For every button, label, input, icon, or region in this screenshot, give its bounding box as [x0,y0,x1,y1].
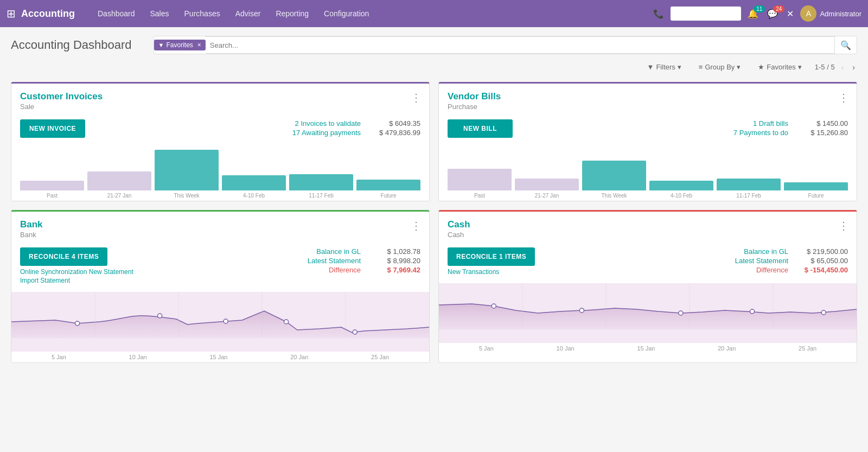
stat1-value: $ 6049.35 [372,119,420,128]
cash-label-3: 15 Jan [637,345,655,352]
app-brand: Accounting [21,8,75,20]
vb-bar-this-week: This Week [582,161,646,199]
nav-adviser[interactable]: Adviser [229,6,267,21]
vendor-bills-menu[interactable]: ⋮ [838,91,849,104]
bar-this-week: This Week [155,150,219,199]
cash-label-5: 25 Jan [799,345,816,352]
cash-left: RECONCILE 1 ITEMS New Transactions [448,247,535,277]
topnav-search[interactable] [671,7,741,21]
user-menu[interactable]: A Administrator [800,5,861,22]
vendor-bills-title: Vendor Bills [448,91,848,102]
search-input[interactable] [206,36,835,54]
cash-link1[interactable]: New Transactions [448,268,535,276]
cash-header: Cash Cash ⋮ [439,212,857,243]
nav-reporting[interactable]: Reporting [269,6,315,21]
bar [717,179,781,190]
bank-label-4: 20 Jan [290,354,308,360]
bank-line-labels: 5 Jan 10 Jan 15 Jan 20 Jan 25 Jan [11,352,429,362]
vb-bar-past: Past [448,169,512,199]
filter-tag-remove[interactable]: × [197,41,201,49]
stat2-value: $ 479,836.99 [372,129,420,137]
pagination-text: 1-5 / 5 [815,63,835,71]
bar-21-27jan: 21-27 Jan [87,171,151,199]
nav-menu: Dashboard Sales Purchases Adviser Report… [91,6,651,21]
vendor-bills-subtitle: Purchase [448,103,848,111]
nav-configuration[interactable]: Configuration [317,6,375,21]
bell-badge[interactable]: 🔔 11 [745,9,761,19]
phone-icon[interactable]: 📞 [651,7,666,21]
cash-label-2: 10 Jan [557,345,575,352]
filter-tag-label: Favorites [166,41,193,49]
bank-stat3-label: Difference [329,266,361,274]
new-invoice-button[interactable]: NEW INVOICE [20,119,85,138]
grid-icon[interactable]: ⊞ [7,7,16,20]
prev-page[interactable]: ‹ [839,62,846,73]
cash-subtitle: Cash [448,231,848,239]
vb-stat1-label[interactable]: 1 Draft bills [753,119,788,128]
customer-invoices-bars: Past 21-27 Jan This Week 4-10 Feb [11,144,429,199]
bank-label-5: 25 Jan [371,354,389,360]
search-area: ▼ Favorites × 🔍 [154,36,857,54]
bar [20,181,84,190]
bank-card: Bank Bank ⋮ RECONCILE 4 ITEMS Online Syn… [11,210,430,363]
groupby-icon: ≡ [699,63,703,71]
svg-point-0 [75,321,80,326]
customer-invoices-chart: Past 21-27 Jan This Week 4-10 Feb [11,144,429,201]
customer-invoices-menu[interactable]: ⋮ [411,91,422,104]
bank-stat2-label: Latest Statement [308,257,361,265]
msg-badge[interactable]: 💬 24 [765,9,780,19]
cash-svg [439,283,857,329]
search-box[interactable]: ▼ Favorites × 🔍 [154,36,857,54]
customer-invoices-stats: 2 Invoices to validate $ 6049.35 17 Awai… [96,119,420,138]
reconcile-4-button[interactable]: RECONCILE 4 ITEMS [20,247,107,266]
bank-stat1-value: $ 1,028.78 [372,247,420,256]
cash-stat3-value: $ -154,450.00 [799,266,848,274]
customer-invoices-title: Customer Invoices [20,91,420,102]
customer-invoices-card: Customer Invoices Sale ⋮ NEW INVOICE 2 I… [11,82,430,201]
bank-stat2-value: $ 8,998.20 [372,257,420,265]
bar-4-10feb: 4-10 Feb [222,175,286,199]
stat1-label[interactable]: 2 Invoices to validate [295,119,361,128]
vb-stat1-value: $ 1450.00 [799,119,848,128]
filters-button[interactable]: ▼ Filters ▾ [643,61,686,73]
groupby-button[interactable]: ≡ Group By ▾ [694,61,745,73]
next-page[interactable]: › [850,62,857,73]
top-navigation: ⊞ Accounting Dashboard Sales Purchases A… [0,0,868,27]
bank-header: Bank Bank ⋮ [11,212,429,243]
bar-11-17feb: 11-17 Feb [289,174,353,199]
favorites-button[interactable]: ★ Favorites ▾ [754,61,806,73]
bank-stat1-label: Balance in GL [316,247,361,256]
vendor-bills-bars: Past 21-27 Jan This Week 4-10 Feb [439,144,857,199]
search-button[interactable]: 🔍 [835,37,857,53]
filter-icon: ▼ [158,42,164,48]
cash-line-chart [439,283,857,343]
cash-card: Cash Cash ⋮ RECONCILE 1 ITEMS New Transa… [438,210,857,363]
vb-stat2-label[interactable]: 7 Payments to do [733,129,788,137]
stat2-label[interactable]: 17 Awaiting payments [292,129,361,137]
bank-link2[interactable]: Import Statement [20,277,133,284]
new-bill-button[interactable]: NEW BILL [448,119,513,138]
cash-stat2-label: Latest Statement [735,257,788,265]
vb-stat2-value: $ 15,260.80 [799,129,848,137]
svg-point-9 [492,304,496,308]
cash-label-1: 5 Jan [479,345,494,352]
cash-stat3-label: Difference [756,266,788,274]
cash-menu[interactable]: ⋮ [838,219,849,232]
close-icon[interactable]: ✕ [784,7,796,21]
reconcile-1-button[interactable]: RECONCILE 1 ITEMS [448,247,535,266]
nav-sales[interactable]: Sales [144,6,176,21]
bank-menu[interactable]: ⋮ [411,219,422,232]
bar [289,174,353,190]
bank-link1[interactable]: Online Synchronization New Statement [20,268,133,276]
vendor-bills-card: Vendor Bills Purchase ⋮ NEW BILL 1 Draft… [438,82,857,201]
topnav-right: 📞 🔔 11 💬 24 ✕ A Administrator [651,5,861,22]
cash-stat2-value: $ 65,050.00 [799,257,848,265]
toolbar: Accounting Dashboard ▼ Favorites × 🔍 [11,36,857,54]
bank-stat3-value: $ 7,969.42 [372,266,420,274]
svg-point-1 [158,314,162,318]
nav-purchases[interactable]: Purchases [178,6,227,21]
bar [784,182,848,190]
svg-point-11 [679,311,683,315]
vb-bar-future: Future [784,182,848,199]
nav-dashboard[interactable]: Dashboard [91,6,142,21]
